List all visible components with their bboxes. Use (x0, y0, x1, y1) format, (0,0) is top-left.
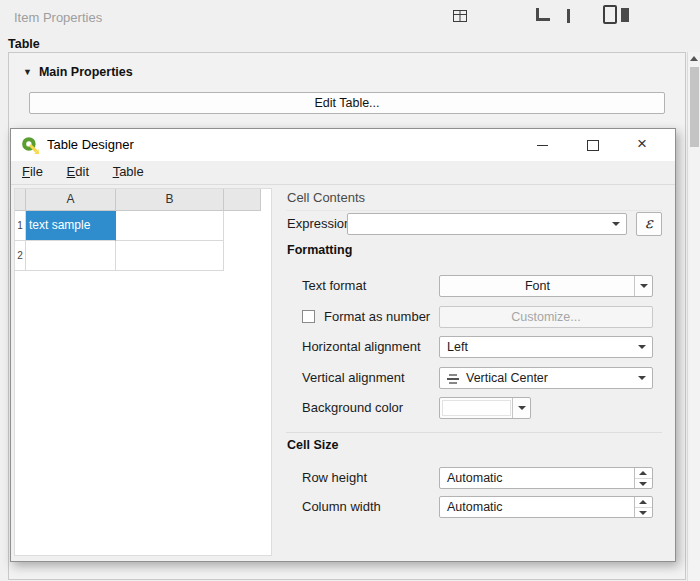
minimize-button[interactable] (517, 129, 567, 161)
background-color-dropdown[interactable] (512, 398, 530, 418)
row-height-input[interactable]: Automatic (439, 467, 653, 489)
cropped-toolbar-icon[interactable] (452, 8, 468, 24)
expression-builder-button[interactable]: ε (636, 212, 662, 236)
text-format-label: Text format (302, 275, 366, 297)
column-width-input[interactable]: Automatic (439, 496, 653, 518)
table-designer-dialog: Table Designer × File Edit Table (10, 128, 676, 562)
dropdown-arrow-icon (638, 376, 646, 380)
spin-down-icon[interactable] (635, 479, 652, 489)
main-properties-header[interactable]: ▼Main Properties (23, 64, 133, 79)
format-as-number-row: Format as number Customize... (284, 306, 668, 328)
table-header-row: A B (15, 189, 271, 211)
spin-up-icon[interactable] (635, 468, 652, 479)
column-width-row: Column width Automatic (284, 496, 668, 518)
qgis-layout-window: Item Properties Table ▼Main Properties E… (0, 0, 700, 581)
cell-a2[interactable] (26, 241, 116, 271)
row-header-1[interactable]: 1 (15, 211, 26, 241)
text-format-dropdown[interactable] (634, 276, 652, 296)
cell-contents-panel: Cell Contents Expression ε Formatting Te… (284, 186, 668, 563)
column-width-label: Column width (302, 496, 381, 518)
scrollbar-thumb[interactable] (690, 67, 699, 147)
dialog-title: Table Designer (47, 129, 134, 161)
menu-file[interactable]: File (13, 161, 52, 185)
cropped-toolbar-icon[interactable] (603, 5, 617, 24)
dialog-content: A B 1 text sample 2 Cell Contents (12, 186, 674, 560)
table-corner-header[interactable] (15, 189, 26, 211)
horizontal-alignment-label: Horizontal alignment (302, 336, 421, 358)
vertical-alignment-select[interactable]: Vertical Center (439, 367, 653, 389)
epsilon-icon: ε (645, 214, 653, 232)
background-color-label: Background color (302, 397, 403, 419)
cell-a1[interactable]: text sample (26, 211, 116, 241)
cropped-toolbar-icon[interactable] (536, 8, 550, 21)
row-height-label: Row height (302, 467, 367, 489)
panel-section-label: Table (8, 37, 40, 51)
close-icon: × (617, 129, 667, 159)
separator (286, 210, 662, 211)
panel-title: Item Properties (14, 10, 102, 25)
background-color-button[interactable] (439, 397, 531, 419)
scroll-up-icon[interactable] (690, 56, 698, 61)
cropped-toolbar-icon[interactable] (621, 8, 629, 22)
main-properties-title: Main Properties (39, 65, 133, 79)
column-header-b[interactable]: B (116, 189, 224, 211)
spinner[interactable] (634, 468, 652, 488)
column-width-value: Automatic (447, 497, 503, 517)
spinner[interactable] (634, 497, 652, 517)
color-swatch (442, 400, 511, 416)
vertical-alignment-value: Vertical Center (466, 368, 548, 388)
spin-up-icon[interactable] (635, 497, 652, 508)
row-height-row: Row height Automatic (284, 467, 668, 489)
horizontal-alignment-row: Horizontal alignment Left (284, 336, 668, 358)
spin-down-icon[interactable] (635, 508, 652, 518)
table-row: 2 (15, 241, 271, 271)
cell-contents-title: Cell Contents (287, 190, 365, 205)
collapse-icon: ▼ (23, 67, 32, 77)
cropped-toolbar-icon[interactable] (567, 9, 570, 23)
column-header-filler (224, 189, 261, 211)
dropdown-arrow-icon (518, 406, 526, 410)
cell-b2[interactable] (116, 241, 224, 271)
dialog-titlebar[interactable]: Table Designer × (11, 129, 675, 162)
cell-size-title: Cell Size (287, 438, 338, 452)
horizontal-alignment-select[interactable]: Left (439, 336, 653, 358)
dialog-menubar: File Edit Table (11, 161, 675, 185)
row-height-value: Automatic (447, 468, 503, 488)
table-row: 1 text sample (15, 211, 271, 241)
text-format-value: Font (440, 276, 635, 296)
row-header-2[interactable]: 2 (15, 241, 26, 271)
dropdown-arrow-icon (638, 345, 646, 349)
window-controls: × (517, 129, 667, 161)
dropdown-arrow-icon (640, 284, 648, 288)
panel-scrollbar[interactable] (687, 52, 700, 581)
vertical-alignment-label: Vertical alignment (302, 367, 405, 389)
menu-table[interactable]: Table (104, 161, 153, 185)
horizontal-alignment-value: Left (447, 337, 468, 357)
vertical-alignment-row: Vertical alignment Vertical Center (284, 367, 668, 389)
vertical-center-icon (446, 373, 460, 385)
column-header-a[interactable]: A (26, 189, 116, 211)
format-as-number-label: Format as number (324, 306, 430, 328)
text-format-row: Text format Font (284, 275, 668, 297)
separator (286, 432, 662, 433)
table-editor: A B 1 text sample 2 (14, 188, 272, 556)
dropdown-arrow-icon (612, 222, 620, 226)
edit-table-button[interactable]: Edit Table... (29, 92, 665, 114)
format-as-number-checkbox[interactable] (302, 310, 315, 323)
background-color-row: Background color (284, 397, 668, 419)
expression-input[interactable] (347, 213, 627, 235)
formatting-title: Formatting (287, 243, 352, 257)
maximize-button[interactable] (567, 129, 617, 161)
cell-b1[interactable] (116, 211, 224, 241)
menu-edit[interactable]: Edit (58, 161, 98, 185)
customize-button[interactable]: Customize... (439, 306, 653, 328)
expression-label: Expression (287, 213, 351, 235)
maximize-icon (587, 140, 599, 151)
qgis-logo-icon (21, 136, 39, 154)
close-button[interactable]: × (617, 129, 667, 161)
minimize-icon (537, 145, 548, 146)
text-format-button[interactable]: Font (439, 275, 653, 297)
